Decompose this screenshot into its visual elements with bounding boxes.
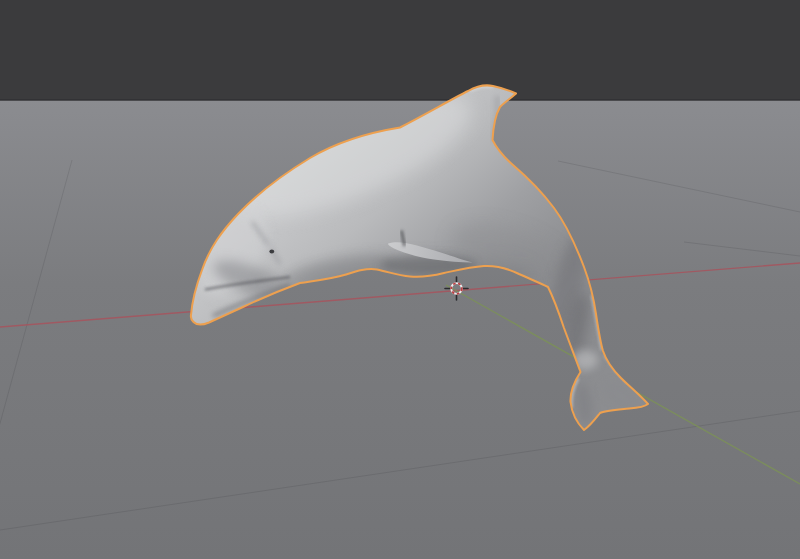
dolphin-eye	[269, 249, 274, 253]
sky-background	[0, 0, 800, 100]
viewport-3d[interactable]	[0, 0, 800, 559]
